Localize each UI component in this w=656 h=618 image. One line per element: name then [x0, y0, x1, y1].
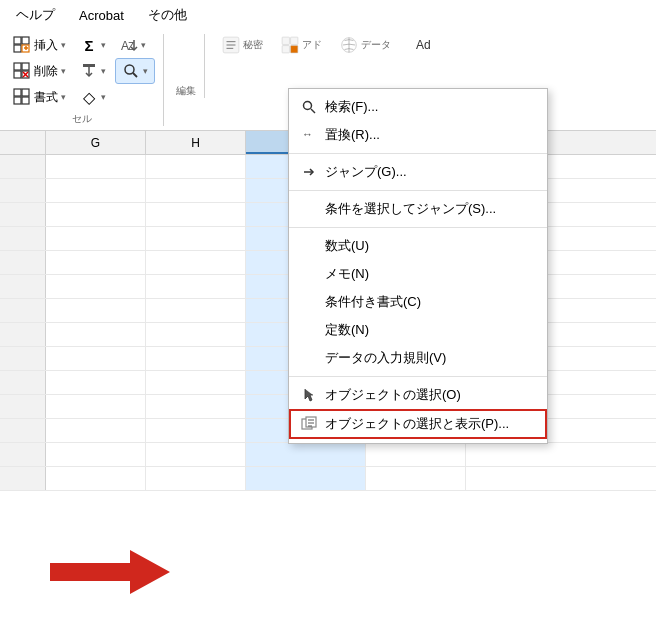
goto-menu-icon — [301, 164, 317, 180]
menu-acrobat[interactable]: Acrobat — [75, 6, 128, 25]
row-header — [0, 275, 46, 298]
memo-label: メモ(N) — [325, 265, 369, 283]
select-objects-display-label: オブジェクトの選択と表示(P)... — [325, 415, 509, 433]
cell-g[interactable] — [46, 251, 146, 274]
svg-rect-22 — [22, 97, 29, 104]
sort-arrow: ▾ — [141, 40, 146, 50]
row-header — [0, 227, 46, 250]
cell-m[interactable] — [366, 443, 466, 466]
cell-h[interactable] — [146, 275, 246, 298]
row-header — [0, 179, 46, 202]
menu-divider-3 — [289, 227, 547, 228]
col-header-h[interactable]: H — [146, 131, 246, 154]
cell-g[interactable] — [46, 275, 146, 298]
format-button[interactable]: 書式 ▾ — [8, 86, 71, 108]
menu-item-formula[interactable]: 数式(U) — [289, 232, 547, 260]
cell-g[interactable] — [46, 203, 146, 226]
menu-item-data-validation[interactable]: データの入力規則(V) — [289, 344, 547, 372]
delete-button[interactable]: Σ 削除 ▾ — [8, 60, 71, 82]
menu-item-select-objects[interactable]: オブジェクトの選択(O) — [289, 381, 547, 409]
menu-item-replace[interactable]: ↔ 置換(R)... — [289, 121, 547, 149]
svg-line-18 — [133, 73, 137, 77]
cell-h[interactable] — [146, 467, 246, 490]
svg-rect-11 — [14, 71, 21, 78]
menu-divider-2 — [289, 190, 547, 191]
cell-g[interactable] — [46, 371, 146, 394]
cell-g[interactable] — [46, 419, 146, 442]
cell-h[interactable] — [146, 347, 246, 370]
memo-icon — [301, 266, 317, 282]
cell-g[interactable] — [46, 443, 146, 466]
svg-rect-9 — [14, 63, 21, 70]
cell-g[interactable] — [46, 227, 146, 250]
cell-g[interactable] — [46, 467, 146, 490]
cell-h[interactable] — [146, 203, 246, 226]
cell-g[interactable] — [46, 179, 146, 202]
formula-label: 数式(U) — [325, 237, 369, 255]
cell-h[interactable] — [146, 227, 246, 250]
cell-m[interactable] — [366, 467, 466, 490]
sort-button[interactable]: AZ ▾ — [115, 34, 151, 56]
insert-label: 挿入 — [34, 37, 58, 54]
menu-divider-1 — [289, 153, 547, 154]
fill-button[interactable]: ▾ — [75, 60, 111, 82]
cell-h[interactable] — [146, 251, 246, 274]
table-row — [0, 443, 656, 467]
cell-h[interactable] — [146, 299, 246, 322]
secret-button[interactable]: 秘密 — [217, 34, 268, 56]
menu-divider-4 — [289, 376, 547, 377]
row-header — [0, 203, 46, 226]
data-label: データ — [361, 38, 391, 52]
cell-i[interactable] — [246, 467, 366, 490]
constant-icon — [301, 322, 317, 338]
cell-h[interactable] — [146, 395, 246, 418]
svg-rect-21 — [14, 97, 21, 104]
search-label: 検索(F)... — [325, 98, 378, 116]
sigma-button[interactable]: Σ ▾ — [75, 34, 111, 56]
addon-button[interactable]: アド — [276, 34, 327, 56]
cell-h[interactable] — [146, 323, 246, 346]
conditional-goto-label: 条件を選択してジャンプ(S)... — [325, 200, 496, 218]
data-button[interactable]: データ — [335, 34, 396, 56]
svg-point-33 — [304, 102, 312, 110]
insert-arrow: ▾ — [61, 40, 66, 50]
menu-item-conditional-goto[interactable]: 条件を選択してジャンプ(S)... — [289, 195, 547, 223]
row-header — [0, 347, 46, 370]
cell-h[interactable] — [146, 371, 246, 394]
conditional-format-label: 条件付き書式(C) — [325, 293, 421, 311]
delete-icon — [13, 62, 31, 80]
menu-item-select-objects-display[interactable]: オブジェクトの選択と表示(P)... — [289, 409, 547, 439]
cell-i[interactable] — [246, 443, 366, 466]
menu-item-conditional-format[interactable]: 条件付き書式(C) — [289, 288, 547, 316]
cell-h[interactable] — [146, 179, 246, 202]
cell-g[interactable] — [46, 299, 146, 322]
insert-button[interactable]: 挿入 ▾ — [8, 34, 71, 56]
search-menu-icon — [301, 99, 317, 115]
replace-menu-icon: ↔ — [301, 127, 317, 143]
cell-h[interactable] — [146, 443, 246, 466]
cell-g[interactable] — [46, 323, 146, 346]
menu-item-search[interactable]: 検索(F)... — [289, 93, 547, 121]
cell-group-label: セル — [8, 112, 155, 126]
menu-item-goto[interactable]: ジャンプ(G)... — [289, 158, 547, 186]
menu-other[interactable]: その他 — [144, 4, 191, 26]
cell-g[interactable] — [46, 395, 146, 418]
menu-item-memo[interactable]: メモ(N) — [289, 260, 547, 288]
clear-button[interactable]: ◇ ▾ — [75, 86, 111, 108]
format-arrow: ▾ — [61, 92, 66, 102]
col-header-g[interactable]: G — [46, 131, 146, 154]
row-header — [0, 443, 46, 466]
menu-item-constant[interactable]: 定数(N) — [289, 316, 547, 344]
fill-icon — [80, 62, 98, 80]
search-dropdown-button[interactable]: ▾ — [115, 58, 155, 84]
svg-rect-19 — [14, 89, 21, 96]
cell-h[interactable] — [146, 419, 246, 442]
cell-g[interactable] — [46, 155, 146, 178]
cell-h[interactable] — [146, 155, 246, 178]
conditional-goto-icon — [301, 201, 317, 217]
data-validation-icon — [301, 350, 317, 366]
format-label: 書式 — [34, 89, 58, 106]
delete-label-text: 削除 — [34, 63, 58, 80]
menu-help[interactable]: ヘルプ — [12, 4, 59, 26]
cell-g[interactable] — [46, 347, 146, 370]
